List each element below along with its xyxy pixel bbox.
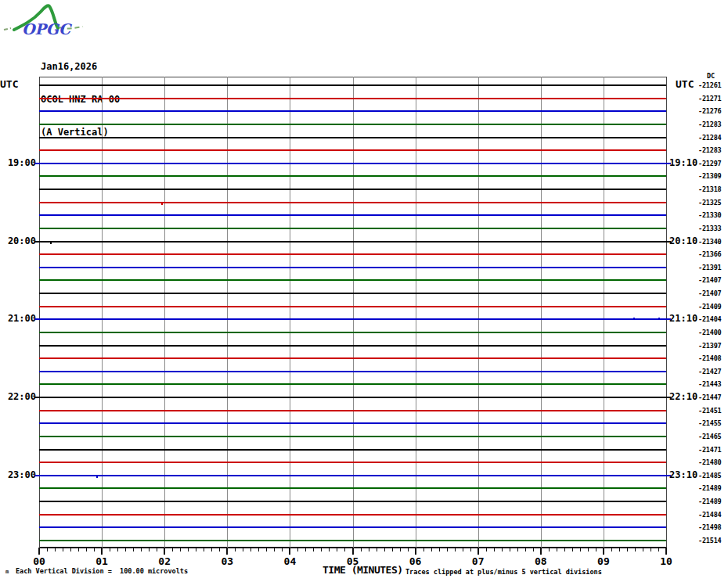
dc-value: -21325 <box>698 199 722 207</box>
x-minor-tick <box>117 548 118 551</box>
x-minor-tick <box>305 548 306 551</box>
dc-value: -21261 <box>698 81 722 89</box>
x-minor-tick <box>361 548 362 551</box>
x-minor-tick <box>564 548 565 551</box>
x-minor-tick <box>658 548 659 551</box>
dc-value: -21407 <box>698 289 722 297</box>
x-minor-tick <box>525 548 526 551</box>
minute-gridline <box>227 77 228 548</box>
dc-value: -21471 <box>698 446 722 454</box>
plot-border-right <box>666 77 667 548</box>
x-minor-tick <box>392 548 393 551</box>
right-hour-tick <box>666 318 671 320</box>
dc-value: -21400 <box>698 329 722 336</box>
trace-line <box>39 514 666 516</box>
dc-value: -21447 <box>698 393 722 401</box>
x-minor-tick <box>133 548 134 551</box>
dc-value: -21484 <box>698 511 722 519</box>
x-tick-label: 04 <box>274 555 305 567</box>
x-minor-tick <box>377 548 377 551</box>
x-minor-tick <box>423 548 424 551</box>
dc-value: -21309 <box>698 172 722 180</box>
trace-blip <box>50 242 52 244</box>
x-minor-tick <box>463 548 463 551</box>
right-hour-label: 20:10 <box>669 235 697 246</box>
x-minor-tick <box>313 548 314 551</box>
x-minor-tick <box>78 548 79 551</box>
x-minor-tick <box>549 548 550 551</box>
x-tick-label: 07 <box>463 555 494 567</box>
dc-value: -21391 <box>698 264 722 271</box>
x-minor-tick <box>494 548 495 551</box>
left-hour-label: 19:00 <box>0 157 36 168</box>
trace-line <box>39 228 666 229</box>
x-tick-label: 08 <box>525 555 557 567</box>
right-hour-label: 23:10 <box>669 469 697 480</box>
trace-line <box>39 306 666 307</box>
x-minor-tick <box>635 548 636 551</box>
x-minor-tick <box>235 548 236 551</box>
minute-gridline <box>102 77 103 548</box>
trace-line <box>39 137 666 138</box>
trace-line <box>39 84 666 86</box>
x-minor-tick <box>596 548 596 551</box>
minute-gridline <box>478 77 479 548</box>
x-minor-tick <box>125 548 126 551</box>
trace-blip <box>161 203 163 205</box>
x-minor-tick <box>619 548 620 551</box>
dc-value: -21480 <box>698 458 722 466</box>
trace-line <box>39 332 666 333</box>
x-major-tick <box>226 548 228 555</box>
x-minor-tick <box>282 548 283 551</box>
dc-value: -21276 <box>698 107 722 115</box>
trace-line <box>39 214 666 216</box>
x-minor-tick <box>297 548 298 551</box>
trace-line <box>39 293 666 294</box>
x-minor-tick <box>400 548 401 551</box>
dc-value: -21443 <box>698 380 722 388</box>
x-major-tick <box>478 548 479 555</box>
logo-text: OPGC <box>22 20 73 38</box>
dc-value: -21271 <box>698 95 722 102</box>
trace-line <box>39 318 666 320</box>
dc-value: -21451 <box>698 407 722 415</box>
trace-line <box>39 449 666 451</box>
dc-value: -21489 <box>698 484 722 492</box>
trace-line <box>39 253 666 255</box>
trace-line <box>39 279 666 281</box>
x-major-tick <box>101 548 103 555</box>
minute-gridline <box>604 77 604 548</box>
x-minor-tick <box>274 548 275 551</box>
x-minor-tick <box>627 548 628 551</box>
trace-line <box>39 397 666 398</box>
trace-line <box>39 163 666 164</box>
x-minor-tick <box>243 548 243 551</box>
dc-column-header: DC <box>707 72 715 80</box>
x-tick-label: 10 <box>651 555 682 567</box>
x-tick-label: 09 <box>588 555 619 567</box>
dc-value: -21427 <box>698 368 722 375</box>
x-minor-tick <box>517 548 518 551</box>
x-minor-tick <box>219 548 220 551</box>
dc-value: -21330 <box>698 211 722 219</box>
x-minor-tick <box>455 548 456 551</box>
x-minor-tick <box>70 548 71 551</box>
right-hour-label: 19:10 <box>669 157 697 168</box>
right-hour-label: 22:10 <box>669 391 697 402</box>
trace-line <box>39 371 666 372</box>
trace-line <box>39 175 666 177</box>
x-minor-tick <box>258 548 259 551</box>
x-minor-tick <box>611 548 612 551</box>
dc-value: -21366 <box>698 250 722 258</box>
x-minor-tick <box>408 548 409 551</box>
trace-line <box>39 462 666 463</box>
x-minor-tick <box>580 548 581 551</box>
x-axis-title: TIME (MINUTES) <box>323 564 403 576</box>
dc-value: -21333 <box>698 225 722 232</box>
dc-value: -21485 <box>698 472 722 480</box>
dc-value: -21409 <box>698 303 722 311</box>
x-major-tick <box>603 548 604 555</box>
x-minor-tick <box>157 548 157 551</box>
left-hour-label: 23:00 <box>0 469 36 480</box>
trace-line <box>39 422 666 424</box>
